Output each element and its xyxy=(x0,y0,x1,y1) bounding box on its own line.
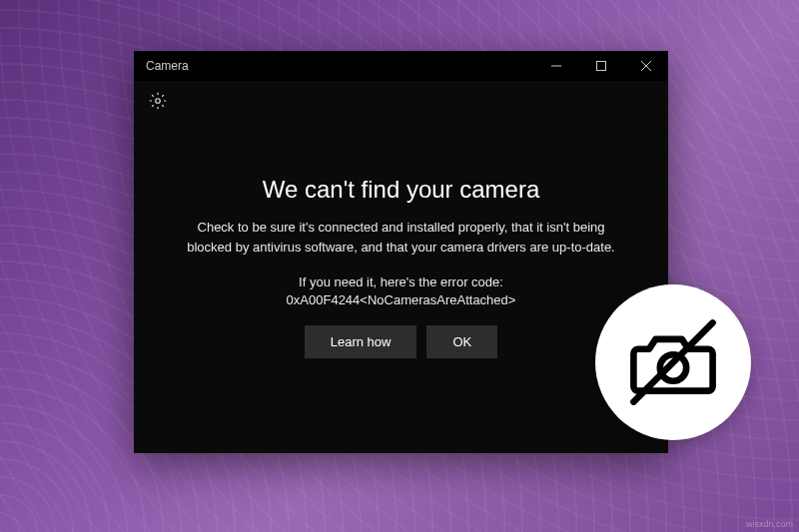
button-row: Learn how OK xyxy=(305,325,498,358)
no-camera-icon xyxy=(618,307,728,417)
app-toolbar xyxy=(134,81,668,121)
maximize-button[interactable] xyxy=(578,51,623,81)
window-title: Camera xyxy=(134,59,189,73)
error-code-label: If you need it, here's the error code: xyxy=(299,272,503,292)
minimize-button[interactable] xyxy=(533,51,578,81)
titlebar: Camera xyxy=(134,51,668,81)
gear-icon xyxy=(149,92,167,110)
svg-rect-1 xyxy=(596,62,605,71)
error-heading: We can't find your camera xyxy=(263,176,540,204)
error-description: Check to be sure it's connected and inst… xyxy=(182,218,621,257)
ok-button[interactable]: OK xyxy=(426,325,497,358)
svg-point-4 xyxy=(156,99,161,104)
watermark: wisxdn.com xyxy=(746,519,793,529)
no-camera-overlay-badge xyxy=(595,284,751,440)
error-code: 0xA00F4244<NoCamerasAreAttached> xyxy=(287,292,516,307)
settings-button[interactable] xyxy=(142,85,174,117)
close-button[interactable] xyxy=(623,51,668,81)
learn-how-button[interactable]: Learn how xyxy=(305,325,417,358)
camera-app-window: Camera We can't find your camera Check t… xyxy=(134,51,668,453)
error-panel: We can't find your camera Check to be su… xyxy=(134,121,668,453)
